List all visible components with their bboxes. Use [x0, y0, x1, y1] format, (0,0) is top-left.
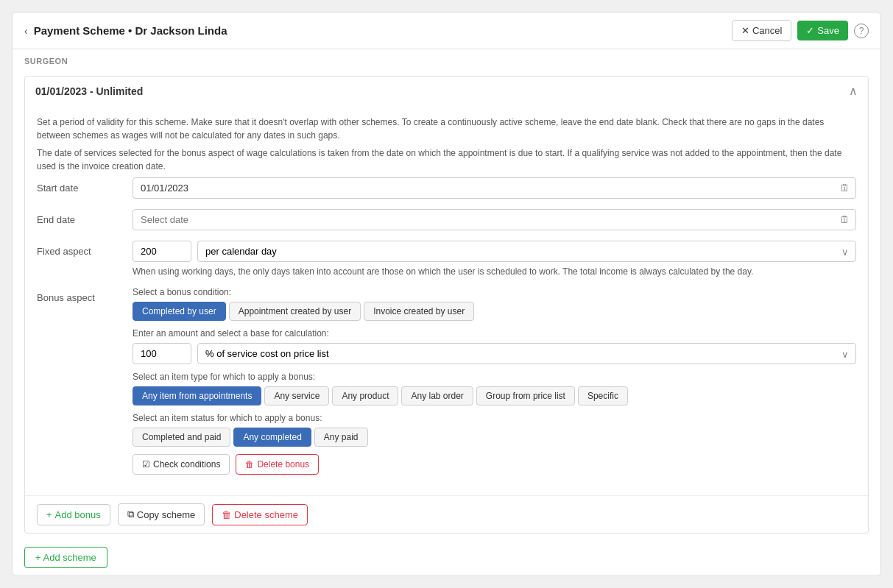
- end-date-calendar-icon[interactable]: 🗓: [834, 210, 855, 230]
- scheme-header[interactable]: 01/01/2023 - Unlimited ∧: [25, 77, 868, 105]
- help-icon: ?: [854, 24, 869, 38]
- bonus-action-row: ☑ Check conditions 🗑 Delete bonus: [133, 454, 856, 475]
- delete-bonus-icon: 🗑: [245, 459, 254, 470]
- bonus-aspect-label: Bonus aspect: [37, 287, 133, 303]
- end-date-input-wrapper: 🗓: [133, 209, 856, 230]
- item-type-group-from-price-list[interactable]: Group from price list: [476, 386, 575, 405]
- save-button[interactable]: ✓ Save: [797, 21, 848, 40]
- item-status-label: Select an item status for which to apply…: [133, 413, 856, 423]
- item-type-any-product[interactable]: Any product: [332, 386, 398, 405]
- save-check-icon: ✓: [806, 25, 814, 36]
- start-date-label: Start date: [37, 177, 133, 194]
- help-button[interactable]: ?: [854, 24, 869, 38]
- item-type-any-lab-order[interactable]: Any lab order: [401, 386, 473, 405]
- fixed-amount-input[interactable]: [133, 241, 191, 262]
- back-button[interactable]: ‹: [24, 25, 28, 37]
- add-scheme-row: + Add scheme: [13, 539, 880, 575]
- bonus-condition-group: Completed by user Appointment created by…: [133, 302, 856, 321]
- cancel-icon: ✕: [741, 25, 749, 36]
- copy-scheme-button[interactable]: ⧉ Copy scheme: [118, 503, 205, 525]
- fixed-per-select-wrapper: per calendar day per working day per app…: [197, 241, 856, 262]
- calc-amount-input[interactable]: [133, 343, 191, 364]
- scheme-body: Set a period of validity for this scheme…: [25, 105, 868, 495]
- delete-bonus-button[interactable]: 🗑 Delete bonus: [236, 454, 319, 475]
- item-type-specific[interactable]: Specific: [578, 386, 628, 405]
- add-bonus-button[interactable]: + Add bonus: [37, 504, 110, 525]
- end-date-row: End date 🗓: [37, 209, 856, 230]
- cancel-button[interactable]: ✕ Cancel: [732, 20, 791, 41]
- page-title: Payment Scheme • Dr Jackson Linda: [34, 24, 227, 37]
- bonus-condition-appointment-created[interactable]: Appointment created by user: [229, 302, 361, 321]
- item-type-any-service[interactable]: Any service: [264, 386, 329, 405]
- add-scheme-button[interactable]: + Add scheme: [24, 547, 107, 568]
- delete-scheme-icon: 🗑: [222, 509, 231, 520]
- bonus-aspect-control: Select a bonus condition: Completed by u…: [133, 287, 856, 475]
- scheme-title: 01/01/2023 - Unlimited: [35, 85, 143, 97]
- item-status-group: Completed and paid Any completed Any pai…: [133, 428, 856, 447]
- check-conditions-icon: ☑: [142, 459, 150, 470]
- start-date-input[interactable]: [133, 178, 834, 198]
- copy-scheme-icon: ⧉: [127, 509, 134, 520]
- delete-bonus-label: Delete bonus: [257, 459, 309, 470]
- scheme-block: 01/01/2023 - Unlimited ∧ Set a period of…: [24, 76, 869, 534]
- info-text-2: The date of services selected for the bo…: [37, 146, 856, 173]
- item-type-label: Select an item type for which to apply a…: [133, 372, 856, 382]
- calc-base-select[interactable]: % of service cost on price list fixed am…: [197, 343, 856, 364]
- add-bonus-label: Add bonus: [55, 509, 101, 520]
- item-status-any-completed[interactable]: Any completed: [233, 428, 311, 447]
- start-date-input-wrapper: 🗓: [133, 177, 856, 199]
- start-date-calendar-icon[interactable]: 🗓: [834, 178, 855, 198]
- fixed-aspect-control: per calendar day per working day per app…: [133, 241, 856, 277]
- bonus-aspect-row: Bonus aspect Select a bonus condition: C…: [37, 287, 856, 475]
- top-bar-left: ‹ Payment Scheme • Dr Jackson Linda: [24, 24, 227, 37]
- start-date-control: 🗓: [133, 177, 856, 199]
- check-conditions-button[interactable]: ☑ Check conditions: [133, 454, 230, 475]
- calculation-amount-row: % of service cost on price list fixed am…: [133, 343, 856, 364]
- info-text-1: Set a period of validity for this scheme…: [37, 116, 856, 142]
- delete-scheme-button[interactable]: 🗑 Delete scheme: [212, 504, 308, 525]
- end-date-input[interactable]: [133, 210, 834, 230]
- add-scheme-label: + Add scheme: [35, 552, 96, 563]
- add-bonus-icon: +: [46, 509, 52, 520]
- item-status-completed-and-paid[interactable]: Completed and paid: [133, 428, 230, 447]
- item-type-any-from-appointments[interactable]: Any item from appointments: [133, 386, 261, 405]
- fixed-aspect-row: Fixed aspect per calendar day per workin…: [37, 241, 856, 277]
- check-conditions-label: Check conditions: [153, 459, 220, 470]
- fixed-aspect-inputs: per calendar day per working day per app…: [133, 241, 856, 262]
- bonus-condition-label: Select a bonus condition:: [133, 287, 856, 297]
- calculation-label: Enter an amount and select a base for ca…: [133, 328, 856, 339]
- top-bar: ‹ Payment Scheme • Dr Jackson Linda ✕ Ca…: [13, 13, 880, 49]
- end-date-control: 🗓: [133, 209, 856, 230]
- start-date-row: Start date 🗓: [37, 177, 856, 199]
- section-label: SURGEON: [13, 49, 880, 70]
- fixed-per-select[interactable]: per calendar day per working day per app…: [197, 241, 856, 262]
- working-days-note: When using working days, the only days t…: [133, 266, 856, 277]
- bonus-condition-completed-by-user[interactable]: Completed by user: [133, 302, 226, 321]
- collapse-icon: ∧: [849, 84, 858, 98]
- delete-scheme-label: Delete scheme: [234, 509, 298, 520]
- bonus-condition-invoice-created[interactable]: Invoice created by user: [364, 302, 474, 321]
- copy-scheme-label: Copy scheme: [137, 509, 195, 520]
- item-type-group: Any item from appointments Any service A…: [133, 386, 856, 405]
- end-date-label: End date: [37, 209, 133, 225]
- top-bar-right: ✕ Cancel ✓ Save ?: [732, 20, 869, 41]
- scheme-bottom-actions: + Add bonus ⧉ Copy scheme 🗑 Delete schem…: [25, 495, 868, 533]
- item-status-any-paid[interactable]: Any paid: [314, 428, 368, 447]
- calc-base-select-wrapper: % of service cost on price list fixed am…: [197, 343, 856, 364]
- fixed-aspect-label: Fixed aspect: [37, 241, 133, 257]
